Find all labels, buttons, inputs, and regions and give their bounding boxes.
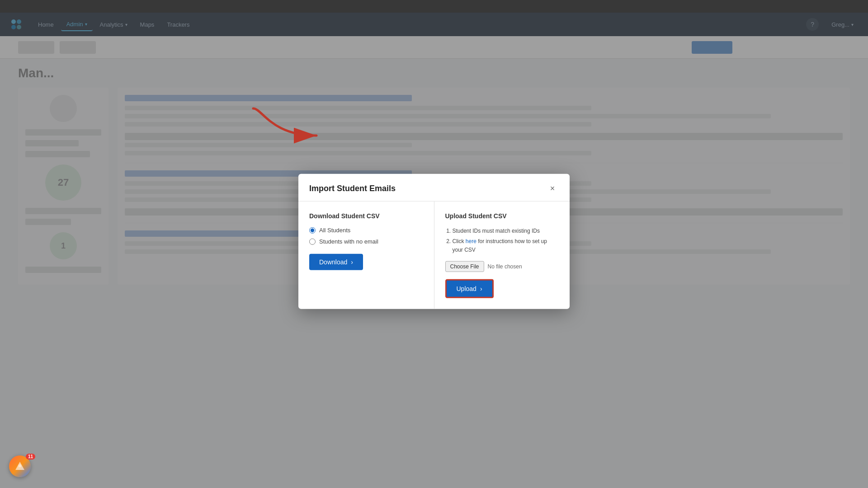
upload-button[interactable]: Upload › xyxy=(445,279,494,298)
file-name-display: No file chosen xyxy=(488,263,522,269)
upload-section-title: Upload Student CSV xyxy=(445,212,559,220)
modal-header: Import Student Emails × xyxy=(298,174,570,202)
download-section: Download Student CSV All Students Studen… xyxy=(298,202,434,309)
notification-badge[interactable]: 11 xyxy=(9,455,33,479)
radio-no-email[interactable]: Students with no email xyxy=(309,238,423,245)
download-section-title: Download Student CSV xyxy=(309,212,423,220)
upload-instructions: Student IDs must match existing IDs Clic… xyxy=(445,227,559,255)
radio-no-email-input[interactable] xyxy=(309,238,316,244)
radio-all-students-input[interactable] xyxy=(309,227,316,233)
modal-body: Download Student CSV All Students Studen… xyxy=(298,202,570,309)
modal-close-button[interactable]: × xyxy=(546,182,559,195)
notification-count: 11 xyxy=(26,454,35,460)
import-student-emails-modal: Import Student Emails × Download Student… xyxy=(298,174,570,309)
download-arrow-icon: › xyxy=(351,258,353,266)
file-input-row: Choose File No file chosen xyxy=(445,261,559,272)
upload-arrow-icon: › xyxy=(480,285,482,292)
modal-title: Import Student Emails xyxy=(309,183,396,193)
choose-file-button[interactable]: Choose File xyxy=(445,261,484,272)
notification-area: 11 xyxy=(9,455,33,479)
download-button[interactable]: Download › xyxy=(309,254,363,270)
upload-section: Upload Student CSV Student IDs must matc… xyxy=(434,202,570,309)
radio-all-students[interactable]: All Students xyxy=(309,227,423,234)
radio-group: All Students Students with no email xyxy=(309,227,423,245)
svg-rect-6 xyxy=(19,465,21,467)
instructions-link[interactable]: here xyxy=(466,238,476,244)
